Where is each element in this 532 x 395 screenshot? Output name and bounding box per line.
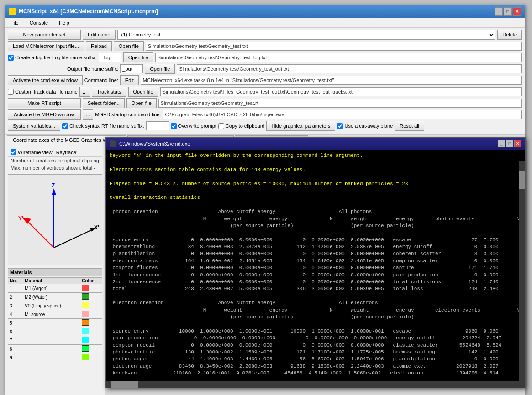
cmd-line <box>110 293 521 300</box>
path-input-4[interactable] <box>160 87 522 96</box>
cmd-minimize-button[interactable]: _ <box>498 140 505 147</box>
custom-track-dots-button[interactable]: ... <box>79 87 90 97</box>
open-file-4-button[interactable]: Open file <box>128 87 158 97</box>
parameter-set-dropdown[interactable]: (1) Geometry test <box>117 30 496 40</box>
cmd-line: keyword "N" in the input file overridden… <box>110 152 521 159</box>
cmd-line: electron auger 83450 8.3450e-002 2.2080e… <box>110 363 521 370</box>
cmd-maximize-button[interactable]: □ <box>506 140 513 147</box>
log-suffix-input[interactable] <box>99 53 121 62</box>
new-param-set-button[interactable]: New parameter set <box>8 30 81 40</box>
close-button[interactable]: ✕ <box>513 7 521 16</box>
mat-color <box>80 301 102 310</box>
create-log-checkbox-label[interactable]: Create a log file <box>8 55 50 61</box>
copy-clipboard-checkbox[interactable] <box>218 123 224 129</box>
edit-cmd-button[interactable]: Edit <box>120 75 139 85</box>
menu-file[interactable]: File <box>9 20 21 26</box>
cmd-line <box>110 173 521 180</box>
cmd-line <box>110 229 521 236</box>
cmd-line: knock-on 210160 2.1016e+001 9.0761e-003 … <box>110 370 521 376</box>
app-icon: ⚡ <box>9 8 16 15</box>
open-file-3-button[interactable]: Open file <box>145 64 175 74</box>
path-input-3[interactable] <box>177 64 522 73</box>
hide-graphical-button[interactable]: Hide graphical parameters <box>266 121 335 131</box>
svg-text:Z: Z <box>52 182 55 189</box>
make-rt-script-button[interactable]: Make RT script <box>8 98 81 108</box>
svg-text:Y': Y' <box>18 215 23 222</box>
rt-suffix-input[interactable] <box>146 121 169 130</box>
check-syntax-checkbox[interactable] <box>62 123 68 129</box>
mat-no: 1 <box>8 284 23 293</box>
track-stats-button[interactable]: Track stats <box>92 87 126 97</box>
mat-color <box>80 310 102 319</box>
color-swatch <box>82 293 89 300</box>
toolbar-area: New parameter set Edit name (1) Geometry… <box>5 28 525 135</box>
overwrite-prompt-checkbox[interactable] <box>171 123 177 129</box>
cmd-line: (per source particle) (per source partic… <box>110 314 521 321</box>
edit-name-button[interactable]: Edit name <box>83 30 116 40</box>
table-row: 8 <box>8 345 102 353</box>
title-bar: ⚡ MCNScript_x64 [C:\MCNelectron\MCNScrip… <box>5 5 525 18</box>
maximize-button[interactable]: □ <box>504 7 512 16</box>
menu-help[interactable]: Help <box>57 20 71 26</box>
toolbar-row-8: Activate the MGED window ... MGED startu… <box>8 109 522 120</box>
output-suffix-input[interactable] <box>120 64 143 73</box>
materials-table: No. Material Color 1 M1 (Argon) 2 M2 (Wa… <box>8 277 102 362</box>
activate-mged-button[interactable]: Activate the MGED window <box>8 109 81 120</box>
cmd-line: 1st fluorescence 0 0.0000e+000 0.0000e+0… <box>110 272 521 279</box>
mged-label: MGED startup command line: <box>95 112 161 117</box>
cmd-scrollbar-thumb[interactable] <box>519 171 525 189</box>
cmd-line: photon creation Above cutoff energy All … <box>110 208 521 215</box>
iterations-label: Number of iterations for optimal clippin… <box>8 157 102 164</box>
cmd-hscrollbar-thumb[interactable] <box>111 381 138 388</box>
cmd-line: photon auger 44 4.4000e-003 1.4460e-006 … <box>110 356 521 363</box>
select-folder-button[interactable]: Select folder... <box>83 98 125 108</box>
reload-button[interactable]: Reload <box>86 41 112 51</box>
cmd-input[interactable] <box>141 76 522 85</box>
cmd-line: source entry 0 0.0000e+000 0.0000e+000 0… <box>110 237 521 244</box>
color-swatch <box>82 319 89 326</box>
cmd-close-button[interactable]: ✕ <box>514 140 521 147</box>
open-file-5-button[interactable]: Open file <box>126 98 157 108</box>
check-syntax-label[interactable]: Check syntax <box>62 123 100 129</box>
cmd-hscrollbar[interactable] <box>106 381 519 388</box>
cmd-line: pair production 0 0.0000e+000 0.0000e+00… <box>110 335 521 342</box>
table-row: 7 <box>8 336 102 345</box>
mged-input[interactable] <box>163 110 522 119</box>
use-cutaway-checkbox[interactable] <box>337 123 343 129</box>
menu-bar: File Console Help <box>5 18 525 28</box>
custom-track-checkbox-label[interactable]: Custom track data file name <box>8 89 78 95</box>
cmd-title-buttons: _ □ ✕ <box>498 140 521 147</box>
output-suffix-label: Output file name suffix: <box>67 66 118 72</box>
table-row: 6 <box>8 327 102 336</box>
load-mcn-button[interactable]: Load MCNelectron input file... <box>8 41 84 51</box>
open-file-2-button[interactable]: Open file <box>123 52 153 62</box>
path-input-1[interactable] <box>146 42 522 51</box>
mat-name <box>23 353 80 362</box>
mged-dots-button[interactable]: ... <box>83 109 93 120</box>
mat-color <box>80 319 102 327</box>
cmd-line <box>110 202 521 208</box>
mat-no: 9 <box>8 353 23 362</box>
minimize-button[interactable]: _ <box>495 7 503 16</box>
cmd-scrollbar[interactable] <box>519 161 525 388</box>
sys-vars-button[interactable]: System variables... <box>8 121 60 131</box>
table-row: 2 M2 (Water) <box>8 293 102 301</box>
menu-console[interactable]: Console <box>28 20 50 26</box>
wireframe-label[interactable]: Wireframe view <box>11 149 53 155</box>
copy-clipboard-label[interactable]: Copy to clipboard <box>218 123 265 129</box>
overwrite-prompt-label[interactable]: Overwrite prompt <box>171 123 216 129</box>
path-input-5[interactable] <box>158 99 522 108</box>
path-input-2[interactable] <box>155 53 522 62</box>
delete-button[interactable]: Delete <box>497 30 522 40</box>
create-log-checkbox[interactable] <box>8 55 14 61</box>
mat-name <box>23 327 80 336</box>
open-file-1-button[interactable]: Open file <box>114 41 144 51</box>
reset-all-button[interactable]: Reset all <box>395 121 424 131</box>
mat-name: V0 (Empty space) <box>23 301 80 310</box>
use-cutaway-label[interactable]: Use a cut-away plane <box>337 123 393 129</box>
custom-track-checkbox[interactable] <box>8 89 14 95</box>
activate-cmd-button[interactable]: Activate the cmd.exe window <box>8 75 83 85</box>
wireframe-checkbox[interactable] <box>11 149 16 155</box>
mat-name: M2 (Water) <box>23 293 80 301</box>
color-swatch <box>82 337 89 343</box>
